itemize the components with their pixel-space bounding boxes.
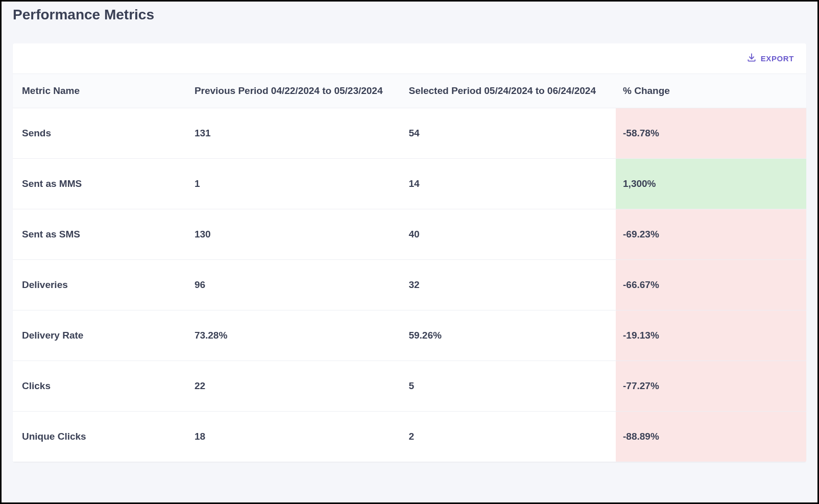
previous-value-cell: 130 (187, 209, 402, 260)
percent-change-cell: -69.23% (616, 209, 806, 260)
table-row: Sent as SMS13040-69.23% (13, 209, 806, 260)
card-toolbar: EXPORT (13, 43, 806, 74)
percent-change-cell: 1,300% (616, 159, 806, 209)
col-header-selected[interactable]: Selected Period 05/24/2024 to 06/24/2024 (401, 74, 616, 108)
previous-value-cell: 1 (187, 159, 402, 209)
table-row: Sends13154-58.78% (13, 108, 806, 159)
metric-name-cell: Sent as SMS (13, 209, 187, 260)
metric-name-cell: Delivery Rate (13, 310, 187, 361)
selected-value-cell: 40 (401, 209, 616, 260)
col-header-metric[interactable]: Metric Name (13, 74, 187, 108)
previous-value-cell: 22 (187, 361, 402, 412)
percent-change-cell: -77.27% (616, 361, 806, 412)
page-title: Performance Metrics (2, 2, 817, 23)
metrics-table: Metric Name Previous Period 04/22/2024 t… (13, 74, 806, 462)
export-button[interactable]: EXPORT (746, 53, 794, 64)
export-button-label: EXPORT (761, 54, 794, 63)
metrics-card: EXPORT Metric Name Previous Period 04/22… (13, 43, 806, 462)
previous-value-cell: 73.28% (187, 310, 402, 361)
metric-name-cell: Clicks (13, 361, 187, 412)
metric-name-cell: Sent as MMS (13, 159, 187, 209)
percent-change-cell: -66.67% (616, 260, 806, 310)
col-header-previous[interactable]: Previous Period 04/22/2024 to 05/23/2024 (187, 74, 402, 108)
percent-change-cell: -88.89% (616, 412, 806, 462)
selected-value-cell: 59.26% (401, 310, 616, 361)
selected-value-cell: 54 (401, 108, 616, 159)
table-row: Deliveries9632-66.67% (13, 260, 806, 310)
percent-change-cell: -58.78% (616, 108, 806, 159)
table-row: Sent as MMS1141,300% (13, 159, 806, 209)
table-row: Clicks225-77.27% (13, 361, 806, 412)
selected-value-cell: 14 (401, 159, 616, 209)
selected-value-cell: 32 (401, 260, 616, 310)
previous-value-cell: 18 (187, 412, 402, 462)
metric-name-cell: Unique Clicks (13, 412, 187, 462)
previous-value-cell: 131 (187, 108, 402, 159)
table-row: Unique Clicks182-88.89% (13, 412, 806, 462)
percent-change-cell: -19.13% (616, 310, 806, 361)
selected-value-cell: 2 (401, 412, 616, 462)
metric-name-cell: Deliveries (13, 260, 187, 310)
metric-name-cell: Sends (13, 108, 187, 159)
selected-value-cell: 5 (401, 361, 616, 412)
metrics-table-header-row: Metric Name Previous Period 04/22/2024 t… (13, 74, 806, 108)
col-header-change[interactable]: % Change (616, 74, 806, 108)
table-row: Delivery Rate73.28%59.26%-19.13% (13, 310, 806, 361)
previous-value-cell: 96 (187, 260, 402, 310)
download-icon (746, 53, 757, 64)
